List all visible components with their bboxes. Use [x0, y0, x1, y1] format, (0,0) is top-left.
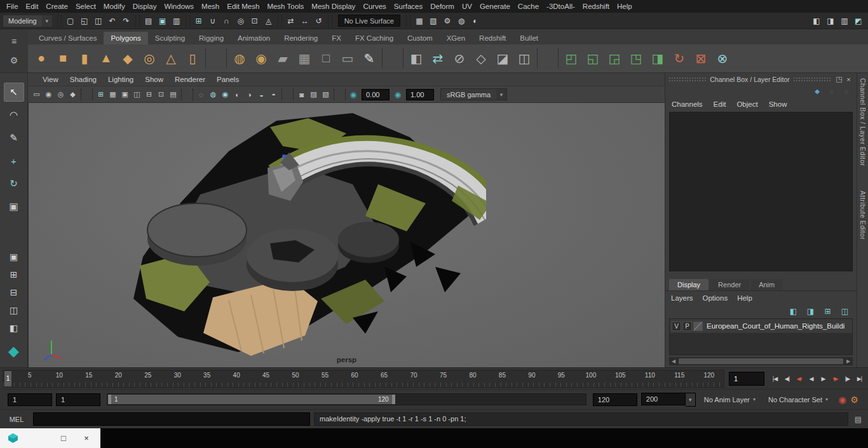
maximize-window-button[interactable]: □ [57, 432, 70, 445]
channel-box-menu-item[interactable]: Show [769, 100, 787, 108]
new-scene-icon[interactable]: ▢ [64, 15, 78, 27]
menu-item[interactable]: Deform [426, 3, 458, 10]
gate-mask-icon[interactable]: ◫ [131, 88, 143, 101]
auto-keyframe-button[interactable]: ◉ [836, 393, 848, 405]
snap-curve-icon[interactable]: ∪ [206, 15, 220, 27]
boolean-union-icon[interactable]: ◰ [560, 46, 582, 71]
snap-grid-icon[interactable]: ⊞ [192, 15, 206, 27]
separate-icon[interactable]: ◨ [647, 46, 668, 71]
chevron-down-icon[interactable]: ▾ [42, 15, 52, 27]
boolean-difference-icon[interactable]: ◱ [582, 46, 604, 71]
tool-settings-toggle-icon[interactable]: ◨ [824, 15, 837, 27]
layout-two-pane-horizontal-button[interactable]: ⊟ [4, 285, 24, 300]
safe-title-icon[interactable]: ▤ [167, 88, 179, 101]
redo-icon[interactable]: ↷ [119, 15, 133, 27]
chevron-down-icon[interactable]: ▾ [686, 393, 696, 407]
menu-item[interactable]: Mesh Display [308, 3, 359, 10]
range-slider-track[interactable]: 1 120 [107, 393, 587, 405]
layer-horizontal-scrollbar[interactable]: ◀ ▶ [669, 357, 853, 365]
make-live-icon[interactable]: ◬ [262, 15, 276, 27]
panel-menu-item[interactable]: Renderer [169, 76, 211, 83]
grid-toggle-icon[interactable]: ⊞ [95, 88, 107, 101]
live-surface-field[interactable]: No Live Surface [338, 15, 400, 27]
rotate-tool[interactable]: ↻ [4, 174, 24, 193]
range-end-handle[interactable] [392, 395, 395, 404]
select-component-icon[interactable]: ▥ [170, 15, 184, 27]
bridge-icon[interactable]: ⇄ [427, 46, 449, 71]
range-slider-bar[interactable]: 1 120 [108, 395, 395, 404]
scene-model[interactable] [79, 107, 486, 361]
menu-item[interactable]: Mesh Tools [263, 3, 308, 10]
snap-point-icon[interactable]: ∩ [220, 15, 234, 27]
divider-handle[interactable] [135, 15, 140, 27]
output-connections-icon[interactable]: ↔ [298, 15, 312, 27]
poly-text-icon[interactable]: ▰ [272, 46, 294, 71]
script-editor-icon[interactable]: ▤ [852, 413, 864, 425]
menu-item[interactable]: Curves [359, 3, 390, 10]
field-chart-icon[interactable]: ⊟ [143, 88, 155, 101]
transfer-attributes-icon[interactable]: ⊗ [712, 46, 733, 71]
layer-tab-anim[interactable]: Anim [750, 279, 783, 290]
channel-box-menu-item[interactable]: Edit [714, 100, 726, 108]
target-weld-icon[interactable]: ◇ [470, 46, 492, 71]
multi-cut-icon[interactable]: ⊘ [449, 46, 470, 71]
divider-handle[interactable] [537, 49, 559, 68]
shadows-icon[interactable]: ◑ [243, 88, 255, 101]
layer-visibility-toggle[interactable]: V [672, 322, 681, 331]
select-object-icon[interactable]: ▣ [156, 15, 170, 27]
poly-cube-wire-icon[interactable]: □ [315, 46, 337, 71]
divider-handle[interactable] [186, 15, 190, 27]
wireframe-icon[interactable]: ◌ [195, 88, 207, 101]
divider-handle[interactable] [181, 89, 193, 100]
channel-box-toggle-icon[interactable]: ▥ [837, 15, 851, 27]
save-scene-icon[interactable]: ◫ [92, 15, 105, 27]
channel-filter-icon[interactable]: ◆ [812, 85, 822, 97]
menu-set-selector[interactable]: Modeling ▾ [3, 15, 53, 27]
poly-strip-icon[interactable]: ▭ [337, 46, 358, 71]
close-panel-icon[interactable]: × [844, 74, 853, 84]
poly-grid-icon[interactable]: ▦ [294, 46, 315, 71]
poly-plane-icon[interactable]: ◆ [117, 46, 139, 71]
joints-xray-icon[interactable]: ▧ [320, 88, 332, 101]
layer-editor-menu-item[interactable]: Help [737, 294, 752, 302]
speed-fast-icon[interactable]: ◌ [841, 85, 851, 97]
poly-torus-icon[interactable]: ◎ [139, 46, 160, 71]
move-tool[interactable]: + [4, 151, 24, 170]
bookmarks-icon[interactable]: ◆ [67, 88, 79, 101]
safe-action-icon[interactable]: ⊡ [155, 88, 167, 101]
shelf-tab-redshift[interactable]: Redshift [472, 32, 513, 44]
panel-menu-item[interactable]: View [37, 76, 64, 83]
isolate-select-icon[interactable]: ◙ [295, 88, 308, 101]
playback-end-field[interactable]: 120 [593, 393, 637, 406]
menu-item[interactable]: File [3, 3, 22, 10]
channel-box-menu-item[interactable]: Object [736, 100, 757, 108]
step-back-frame-button[interactable]: ◀| [781, 372, 793, 385]
reduce-icon[interactable]: ⊠ [690, 46, 712, 71]
exposure-field[interactable]: 0.00 [362, 89, 390, 100]
poly-sphere-icon[interactable]: ● [31, 46, 52, 71]
character-set-dropdown[interactable]: No Character Set ▾ [764, 396, 832, 404]
drag-handle[interactable] [793, 77, 831, 82]
chevron-down-icon[interactable]: ▾ [496, 89, 506, 100]
combine-icon[interactable]: ◳ [625, 46, 647, 71]
select-hierarchy-icon[interactable]: ▤ [142, 15, 156, 27]
shelf-tab-curves-surfaces[interactable]: Curves / Surfaces [32, 32, 104, 44]
panel-menu-item[interactable]: Shading [64, 76, 102, 83]
menu-item[interactable]: Select [72, 3, 100, 10]
gamma-field[interactable]: 1.00 [406, 89, 434, 100]
snap-plane-icon[interactable]: ⊡ [248, 15, 262, 27]
resolution-gate-icon[interactable]: ▣ [119, 88, 131, 101]
lock-camera-icon[interactable]: ◉ [43, 88, 55, 101]
anim-preferences-button[interactable]: ⚙ [848, 393, 860, 405]
menu-item[interactable]: UV [458, 3, 476, 10]
command-input[interactable] [33, 412, 310, 426]
speed-slow-icon[interactable]: ◌ [827, 85, 837, 97]
render-frame-icon[interactable]: ▦ [412, 15, 426, 27]
menu-item[interactable]: Surfaces [390, 3, 426, 10]
layer-tab-render[interactable]: Render [710, 279, 749, 290]
shelf-tab-sculpting[interactable]: Sculpting [148, 32, 192, 44]
layer-color-swatch[interactable] [693, 322, 703, 331]
poly-cylinder-icon[interactable]: ▮ [74, 46, 95, 71]
lasso-tool[interactable]: ◠ [4, 105, 24, 125]
shelf-menu-icon[interactable]: ≡ [7, 35, 21, 48]
